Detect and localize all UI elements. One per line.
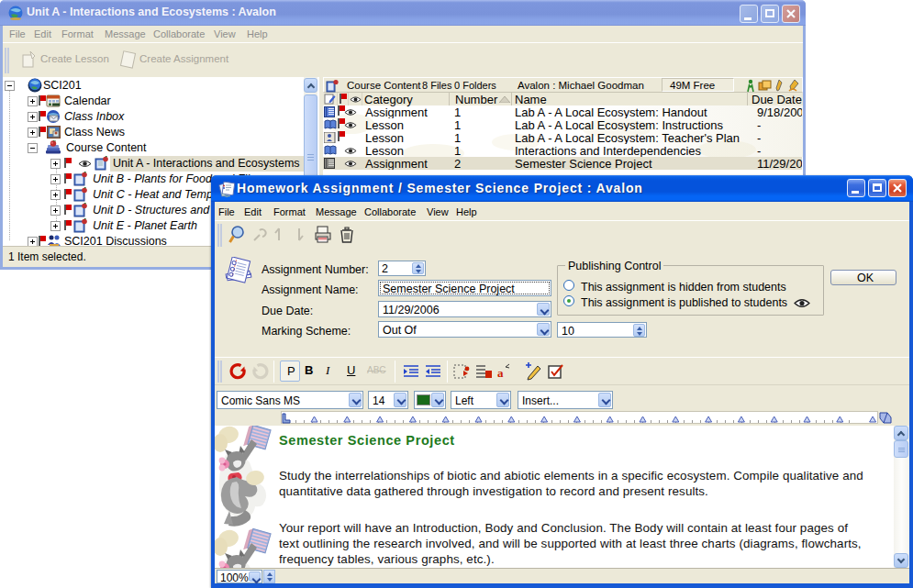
svg-text:a: a xyxy=(497,366,504,380)
